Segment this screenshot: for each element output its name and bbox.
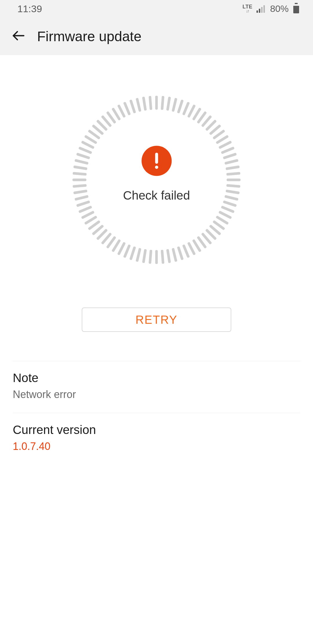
content: Check failed RETRY Note Network error Cu… (0, 55, 313, 465)
status-indicators: LTE ↓↑ 80% (243, 3, 299, 14)
dial-center: Check failed (123, 146, 190, 202)
page-title: Firmware update (37, 28, 141, 44)
status-bar: 11:39 LTE ↓↑ 80% (0, 0, 313, 17)
progress-dial: Check failed (72, 96, 241, 264)
back-arrow-icon[interactable] (12, 29, 26, 44)
svg-point-2 (155, 166, 158, 169)
signal-icon (256, 5, 265, 13)
note-body: Network error (13, 388, 300, 401)
note-title: Note (13, 371, 300, 385)
version-title: Current version (13, 423, 300, 437)
status-text: Check failed (123, 189, 190, 202)
svg-rect-1 (155, 153, 158, 164)
status-area: Check failed RETRY (0, 55, 313, 332)
error-icon (141, 146, 172, 176)
battery-icon (293, 4, 299, 13)
network-lte-icon: LTE ↓↑ (243, 4, 252, 13)
note-section: Note Network error (0, 361, 313, 413)
version-section: Current version 1.0.7.40 (0, 413, 313, 465)
status-time: 11:39 (17, 3, 42, 15)
battery-percent: 80% (270, 3, 289, 14)
retry-button[interactable]: RETRY (82, 307, 231, 332)
app-bar: Firmware update (0, 17, 313, 55)
version-value: 1.0.7.40 (13, 440, 300, 453)
